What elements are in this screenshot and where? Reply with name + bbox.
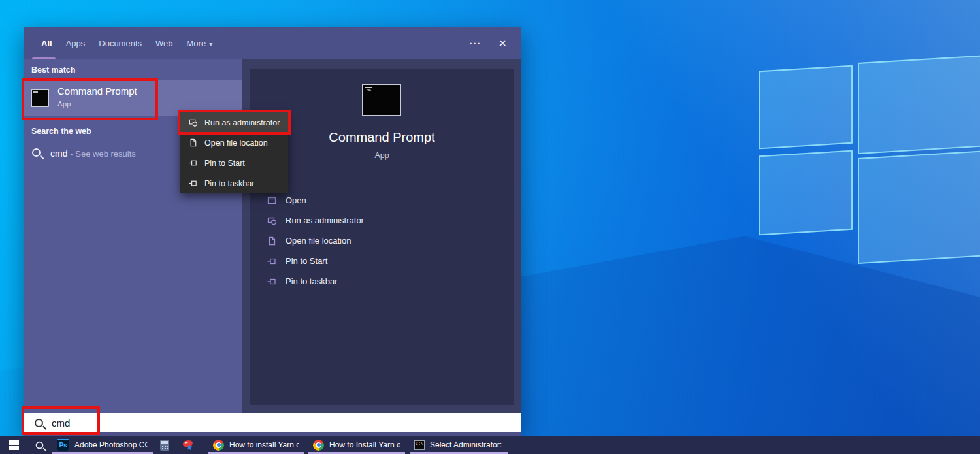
command-prompt-icon: C:\: [414, 440, 425, 450]
taskbar-item-chrome-2[interactable]: How to Install Yarn o...: [307, 436, 406, 454]
search-icon: [32, 148, 41, 157]
windows-start-icon: [9, 440, 19, 450]
pin-icon: [188, 158, 198, 168]
file-location-icon: [188, 138, 198, 148]
taskbar-item-paint3d[interactable]: [176, 436, 204, 454]
tab-more[interactable]: More▾: [187, 39, 213, 48]
action-open-file-location[interactable]: Open file location: [250, 231, 514, 251]
chrome-icon: [313, 440, 324, 451]
more-options-icon[interactable]: ···: [470, 38, 482, 49]
taskbar-item-label: How to Install Yarn o...: [329, 440, 400, 449]
taskbar-item-calculator[interactable]: [154, 436, 176, 454]
menu-pin-to-start[interactable]: Pin to Start: [180, 153, 288, 173]
chevron-down-icon: ▾: [209, 41, 212, 48]
taskbar-item-label: Adobe Photoshop CC...: [74, 440, 148, 449]
tab-all[interactable]: All: [41, 39, 52, 48]
pin-icon: [188, 178, 198, 188]
action-open-label: Open: [286, 195, 306, 205]
best-match-header: Best match: [31, 65, 75, 74]
photoshop-icon: Ps: [57, 439, 69, 451]
pin-icon: [267, 276, 277, 287]
preview-divider: [274, 178, 489, 178]
action-pin-to-taskbar-label: Pin to taskbar: [286, 276, 338, 286]
open-window-icon: [267, 195, 277, 206]
close-icon[interactable]: ✕: [498, 37, 507, 50]
menu-pin-to-taskbar-label: Pin to taskbar: [204, 179, 254, 188]
annotation-box-run-as-admin: [178, 110, 291, 135]
taskbar-item-label: How to install Yarn o...: [229, 440, 299, 449]
menu-pin-to-taskbar[interactable]: Pin to taskbar: [180, 173, 288, 193]
tab-documents[interactable]: Documents: [99, 39, 142, 48]
paint3d-icon: [182, 439, 195, 451]
start-button[interactable]: [0, 436, 27, 454]
annotation-box-search-field: [22, 406, 100, 435]
windows-logo-pane: [858, 55, 980, 154]
taskbar-search-button[interactable]: [27, 436, 51, 454]
command-prompt-icon-large: [362, 84, 401, 116]
taskbar-item-chrome-1[interactable]: How to install Yarn o...: [207, 436, 305, 454]
action-pin-to-start-label: Pin to Start: [286, 256, 327, 266]
windows-logo-pane: [759, 65, 853, 150]
window-controls: ··· ✕: [470, 27, 507, 59]
taskbar: Ps Adobe Photoshop CC... How to install …: [0, 436, 980, 454]
taskbar-item-command-prompt[interactable]: C:\ Select Administrator: ...: [408, 436, 509, 454]
taskbar-item-label: Select Administrator: ...: [430, 440, 503, 449]
action-open-file-location-label: Open file location: [286, 236, 351, 246]
chrome-icon: [213, 440, 224, 451]
search-icon: [35, 441, 43, 449]
web-suggestion-hint: - See web results: [70, 149, 135, 159]
annotation-box-best-match: [22, 78, 158, 120]
tab-apps[interactable]: Apps: [66, 39, 86, 48]
web-suggestion-query: cmd: [50, 148, 67, 159]
action-pin-to-taskbar[interactable]: Pin to taskbar: [250, 271, 514, 291]
run-as-admin-shield-icon: [267, 216, 277, 226]
search-input[interactable]: [52, 417, 444, 429]
preview-app-type: App: [250, 151, 514, 160]
menu-pin-to-start-label: Pin to Start: [204, 159, 245, 168]
taskbar-item-photoshop[interactable]: Ps Adobe Photoshop CC...: [51, 436, 154, 454]
file-location-icon: [267, 236, 277, 246]
pin-icon: [267, 256, 277, 267]
action-run-as-admin-label: Run as administrator: [286, 216, 364, 225]
menu-open-file-location[interactable]: Open file location: [180, 133, 288, 153]
menu-open-file-location-label: Open file location: [204, 138, 268, 148]
search-web-header: Search the web: [31, 127, 91, 136]
windows-logo-pane: [759, 150, 853, 236]
tab-web[interactable]: Web: [155, 39, 173, 48]
search-filter-bar: All Apps Documents Web More▾ ··· ✕: [24, 27, 521, 59]
action-pin-to-start[interactable]: Pin to Start: [250, 251, 514, 271]
action-run-as-administrator[interactable]: Run as administrator: [250, 210, 514, 231]
tab-more-label: More: [187, 39, 206, 48]
calculator-icon: [160, 440, 169, 451]
action-open[interactable]: Open: [250, 190, 514, 210]
windows-logo-pane: [858, 150, 980, 264]
